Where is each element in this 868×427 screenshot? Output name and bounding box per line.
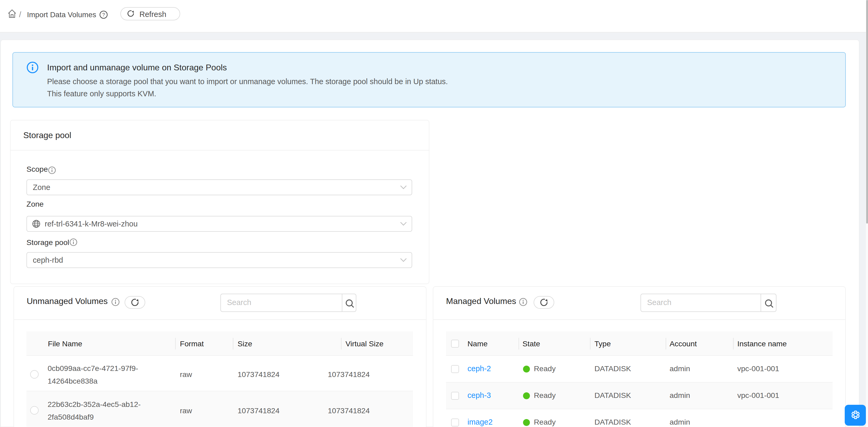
svg-text:?: ? [102, 12, 105, 18]
